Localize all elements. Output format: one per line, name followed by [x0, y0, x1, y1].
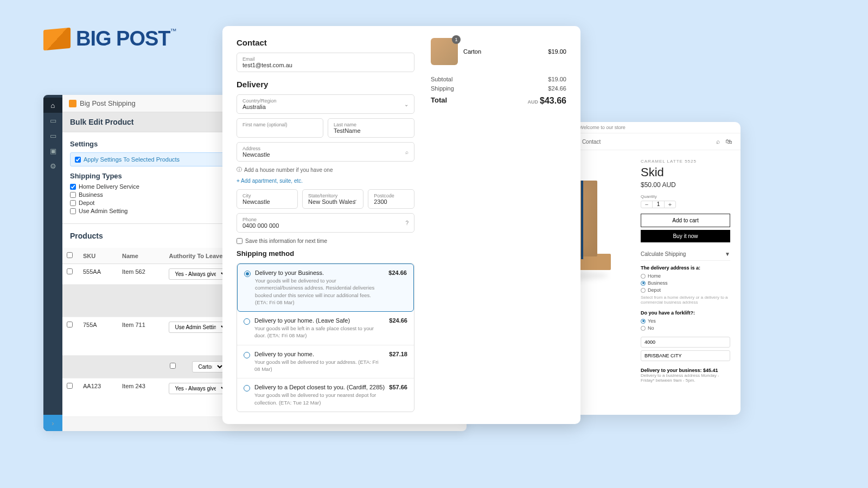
admin-logo-icon: [69, 100, 76, 107]
ship-option-leavesafe[interactable]: Delivery to your home. (Leave Safe)Your …: [237, 312, 414, 345]
delivery-result-title: Delivery to your business: $45.41: [641, 368, 730, 373]
ship-type-business-checkbox[interactable]: [70, 192, 76, 198]
logo-box-icon: [43, 27, 71, 50]
cart-thumbnail: 1: [431, 38, 458, 65]
cart-qty-badge: 1: [452, 35, 461, 44]
row-checkbox[interactable]: [67, 322, 73, 328]
qty-minus-button[interactable]: −: [641, 201, 652, 208]
addr-home-radio[interactable]: Home: [641, 273, 730, 279]
col-name[interactable]: Name: [118, 248, 164, 264]
delivery-result-desc: Delivery to a business address Monday - …: [641, 373, 730, 383]
search-icon[interactable]: ⌕: [716, 138, 720, 145]
admin-title: Big Post Shipping: [80, 99, 136, 107]
product-price: $50.00 AUD: [641, 181, 730, 189]
admin-sidebar: ⌂ ▭ ▭ ▣ ⚙ ›: [43, 95, 62, 431]
atl-select[interactable]: Use Admin Setting: [169, 322, 228, 333]
cart-item: 1 Carton $19.00: [431, 38, 566, 65]
qty-plus-button[interactable]: +: [665, 201, 675, 208]
phone-field[interactable]: Phone0400 000 000?: [237, 213, 414, 233]
sidebar-collapse-icon[interactable]: ›: [43, 415, 62, 431]
sidebar-home-icon[interactable]: ⌂: [43, 98, 62, 113]
shipping-options: Delivery to your Business.Your goods wil…: [237, 263, 414, 412]
sidebar-archive2-icon[interactable]: ▭: [43, 128, 62, 143]
ship-option-home[interactable]: Delivery to your home.Your goods will be…: [237, 345, 414, 379]
save-info-checkbox[interactable]: Save this information for next time: [237, 238, 414, 244]
house-number-info: ⓘAdd a house number if you have one: [237, 166, 414, 174]
chevron-down-icon: ▼: [725, 251, 730, 257]
addr-depot-radio[interactable]: Depot: [641, 287, 730, 293]
address-type-question: The delivery address is a:: [641, 265, 730, 271]
select-all-checkbox[interactable]: [67, 252, 73, 258]
add-apartment-link[interactable]: + Add apartment, suite, etc.: [237, 178, 414, 184]
ship-type-home-checkbox[interactable]: [70, 184, 76, 190]
col-sku[interactable]: SKU: [79, 248, 118, 264]
row-checkbox[interactable]: [170, 363, 176, 369]
last-name-field[interactable]: Last nameTestName: [328, 118, 414, 138]
city-field[interactable]: CityNewcastle: [237, 189, 298, 209]
calculate-shipping-toggle[interactable]: Calculate Shipping▼: [641, 248, 730, 261]
fork-yes-radio[interactable]: Yes: [641, 318, 730, 324]
product-title: Skid: [641, 165, 730, 179]
ship-type-admin-checkbox[interactable]: [70, 208, 76, 214]
contact-heading: Contact: [237, 38, 414, 47]
address-field[interactable]: AddressNewcastle⌕: [237, 142, 414, 162]
sidebar-archive-icon[interactable]: ▭: [43, 113, 62, 128]
nav-contact[interactable]: Contact: [582, 139, 601, 145]
chevron-down-icon: ⌄: [353, 196, 358, 202]
radio-icon: [244, 352, 250, 358]
state-select[interactable]: State/territoryNew South Wales⌄: [302, 189, 363, 209]
shipping-method-heading: Shipping method: [237, 249, 414, 258]
delivery-heading: Delivery: [237, 80, 414, 89]
buy-now-button[interactable]: Buy it now: [641, 230, 730, 242]
fork-no-radio[interactable]: No: [641, 325, 730, 331]
country-select[interactable]: Country/RegionAustralia⌄: [237, 94, 414, 114]
sidebar-settings-icon[interactable]: ⚙: [43, 158, 62, 174]
ship-type-depot-checkbox[interactable]: [70, 200, 76, 206]
add-to-cart-button[interactable]: Add to cart: [641, 214, 730, 227]
info-icon: ⓘ: [237, 166, 242, 174]
forklift-question: Do you have a forklift?:: [641, 310, 730, 316]
quantity-stepper[interactable]: − 1 +: [641, 201, 676, 208]
product-category: CARAMEL LATTE 5525: [641, 159, 730, 164]
row-checkbox[interactable]: [67, 383, 73, 389]
apply-settings-checkbox[interactable]: [75, 157, 81, 163]
radio-icon: [244, 385, 250, 391]
ship-option-business[interactable]: Delivery to your Business.Your goods wil…: [237, 264, 414, 312]
addr-business-radio[interactable]: Business: [641, 280, 730, 286]
radio-icon: [244, 271, 251, 277]
atl-select[interactable]: Yes - Always give ATL: [169, 383, 228, 394]
bigpost-logo: BIG POST™: [43, 27, 177, 50]
atl-select[interactable]: Yes - Always give ATL: [169, 268, 228, 280]
help-icon: ?: [405, 220, 409, 226]
first-name-field[interactable]: First name (optional): [237, 118, 323, 138]
email-field[interactable]: Emailtest1@test.com.au: [237, 53, 414, 72]
cart-icon[interactable]: 🛍: [725, 138, 732, 145]
postcode-field[interactable]: Postcode2300: [368, 189, 414, 209]
package-select[interactable]: Carton: [192, 361, 225, 373]
ship-option-depot[interactable]: Delivery to a Depot closest to you. (Car…: [237, 378, 414, 412]
checkout-card: Contact Emailtest1@test.com.au Delivery …: [222, 26, 580, 424]
chevron-down-icon: ⌄: [404, 101, 409, 107]
row-checkbox[interactable]: [67, 268, 73, 274]
search-icon: ⌕: [405, 149, 409, 155]
logo-text: BIG POST: [76, 27, 170, 50]
postcode-input[interactable]: [641, 337, 730, 348]
sidebar-package-icon[interactable]: ▣: [43, 143, 62, 158]
radio-icon: [244, 318, 250, 325]
city-input[interactable]: [641, 350, 730, 361]
